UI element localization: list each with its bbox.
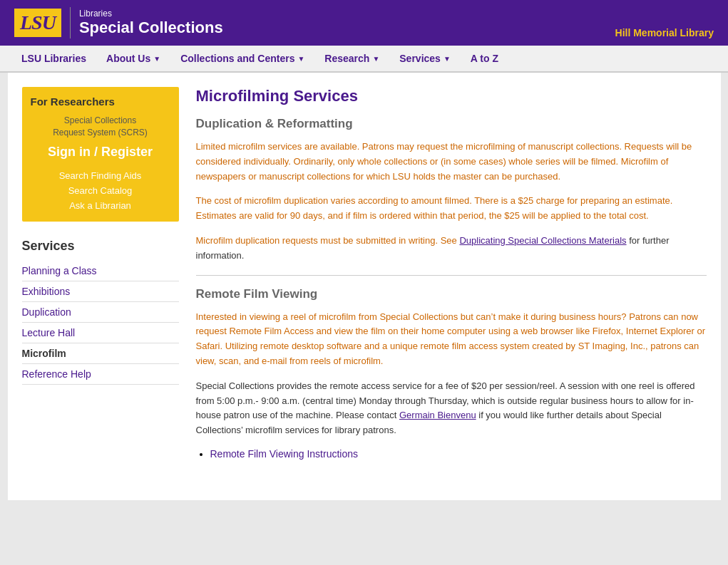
sidebar-services-title: Services [22, 239, 179, 254]
section1-title: Duplication & Reformatting [196, 117, 707, 131]
header-divider [70, 7, 71, 38]
content-para1: Limited microfilm services are available… [196, 140, 707, 184]
sidebar-service-exhibitions[interactable]: Exhibitions [22, 281, 179, 302]
site-header: LSU Libraries Special Collections Hill M… [0, 0, 728, 46]
duplicating-link[interactable]: Duplicating Special Collections Material… [459, 235, 626, 246]
content-para5: Special Collections provides the remote … [196, 379, 707, 438]
nav-about-us-arrow: ▼ [153, 55, 160, 63]
section-divider [196, 275, 707, 276]
sidebar: For Researchers Special Collections Requ… [22, 87, 179, 486]
main-nav: LSU Libraries About Us ▼ Collections and… [0, 46, 728, 73]
sidebar-researchers-title: For Researchers [31, 95, 170, 108]
content-para4: Interested in viewing a reel of microfil… [196, 310, 707, 369]
sidebar-signin-link[interactable]: Sign in / Register [31, 145, 170, 160]
sidebar-service-reference-help[interactable]: Reference Help [22, 364, 179, 385]
bullet-item-1: Remote Film Viewing Instructions [210, 448, 707, 460]
header-left: LSU Libraries Special Collections [14, 7, 223, 38]
para2-text: The cost of microfilm duplication varies… [196, 195, 673, 221]
sidebar-researchers-box: For Researchers Special Collections Requ… [22, 87, 179, 222]
lsu-logo: LSU [14, 9, 61, 37]
nav-services[interactable]: Services ▼ [389, 46, 461, 71]
main-wrapper: For Researchers Special Collections Requ… [8, 73, 721, 500]
page-title: Microfilming Services [196, 87, 707, 105]
nav-research-arrow: ▼ [372, 55, 379, 63]
remote-film-instructions-link[interactable]: Remote Film Viewing Instructions [210, 448, 358, 460]
sidebar-scrs-text: Special Collections Request System (SCRS… [31, 115, 170, 139]
sidebar-search-finding-aids[interactable]: Search Finding Aids [31, 168, 170, 183]
nav-collections-centers[interactable]: Collections and Centers ▼ [170, 46, 314, 71]
header-hill-memorial: Hill Memorial Library [615, 27, 714, 38]
sidebar-service-lecture-hall[interactable]: Lecture Hall [22, 323, 179, 343]
header-libraries-label: Libraries [79, 9, 223, 19]
header-title-block: Libraries Special Collections [79, 9, 223, 37]
para3-text-before: Microfilm duplication requests must be s… [196, 235, 460, 246]
nav-research[interactable]: Research ▼ [314, 46, 389, 71]
sidebar-services-section: Services Planning a Class Exhibitions Du… [22, 239, 179, 385]
nav-collections-arrow: ▼ [297, 55, 304, 63]
sidebar-search-catalog[interactable]: Search Catalog [31, 183, 170, 198]
sidebar-service-microfilm[interactable]: Microfilm [22, 343, 179, 364]
sidebar-service-duplication[interactable]: Duplication [22, 302, 179, 323]
content-para3: Microfilm duplication requests must be s… [196, 234, 707, 264]
sidebar-ask-librarian[interactable]: Ask a Librarian [31, 198, 170, 213]
nav-lsu-libraries[interactable]: LSU Libraries [11, 46, 96, 71]
para4-text: Interested in viewing a reel of microfil… [196, 311, 706, 366]
para1-text: Limited microfilm services are available… [196, 141, 692, 182]
header-special-collections: Special Collections [79, 19, 223, 37]
sidebar-service-planning[interactable]: Planning a Class [22, 261, 179, 281]
germain-link[interactable]: Germain Bienvenu [399, 410, 476, 420]
main-content: Microfilming Services Duplication & Refo… [196, 87, 707, 486]
bullet-list: Remote Film Viewing Instructions [210, 448, 707, 460]
section2-title: Remote Film Viewing [196, 287, 707, 301]
nav-services-arrow: ▼ [444, 55, 451, 63]
nav-about-us[interactable]: About Us ▼ [96, 46, 170, 71]
nav-a-to-z[interactable]: A to Z [461, 46, 508, 71]
content-para2: The cost of microfilm duplication varies… [196, 194, 707, 224]
